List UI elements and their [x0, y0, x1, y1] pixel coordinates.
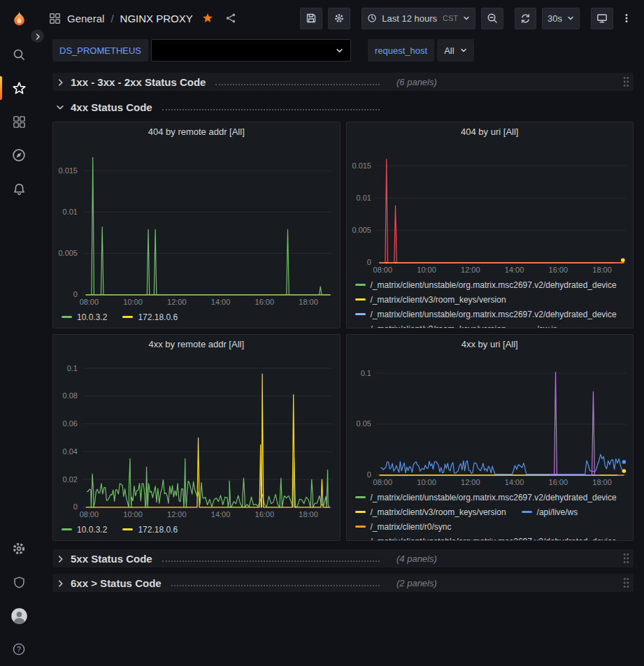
- svg-text:18:00: 18:00: [299, 298, 317, 306]
- sidebar-item-dashboards[interactable]: [0, 105, 38, 138]
- svg-text:14:00: 14:00: [211, 298, 230, 306]
- refresh-interval-picker[interactable]: 30s: [542, 8, 580, 29]
- legend-label: /_matrix/client/unstable/org.matrix.msc2…: [371, 537, 617, 541]
- panel-title[interactable]: 404 by remote addr [All]: [53, 122, 340, 142]
- legend-item[interactable]: /_matrix/client/r0/sync: [355, 522, 452, 532]
- zoom-out-time-button[interactable]: [481, 8, 503, 29]
- legend-color-swatch: [62, 528, 72, 530]
- legend-label: 172.18.0.6: [138, 312, 178, 322]
- dashboard-settings-button[interactable]: [328, 8, 350, 29]
- refresh-button[interactable]: [515, 8, 536, 29]
- breadcrumb-folder[interactable]: General: [67, 13, 104, 24]
- legend-item[interactable]: 10.0.3.2: [62, 312, 107, 322]
- legend-color-swatch: [355, 284, 366, 286]
- request-host-variable-label: request_host: [368, 39, 434, 61]
- svg-text:16:00: 16:00: [255, 510, 274, 519]
- legend-item[interactable]: /api/live/ws: [522, 507, 578, 517]
- sidebar-item-explore[interactable]: [0, 138, 38, 172]
- sidebar-item-starred[interactable]: [0, 71, 38, 105]
- row-title: 5xx Status Code: [71, 553, 152, 565]
- panel-title[interactable]: 4xx by remote addr [All]: [53, 335, 340, 354]
- svg-text:14:00: 14:00: [504, 478, 523, 486]
- datasource-variable-select[interactable]: [151, 39, 351, 61]
- legend-item[interactable]: /_matrix/client/unstable/org.matrix.msc2…: [355, 537, 617, 541]
- panel-legend: 10.0.3.2172.18.0.6: [53, 521, 340, 537]
- cycle-view-mode-button[interactable]: [591, 8, 613, 29]
- legend-item[interactable]: /_matrix/client/unstable/org.matrix.msc2…: [355, 280, 617, 290]
- more-options-button[interactable]: [619, 8, 634, 29]
- time-series-chart[interactable]: 00.020.040.060.080.108:0010:0012:0014:00…: [53, 354, 340, 521]
- breadcrumb: General / NGINX PROXY: [49, 13, 236, 24]
- row-5xx[interactable]: 5xx Status Code (4 panels): [52, 549, 634, 567]
- svg-text:08:00: 08:00: [80, 510, 99, 519]
- row-drag-handle[interactable]: [623, 76, 629, 87]
- main-area: General / NGINX PROXY: [38, 0, 644, 666]
- legend-color-swatch: [522, 511, 532, 513]
- svg-text:10:00: 10:00: [123, 298, 142, 306]
- sidebar-item-server-admin[interactable]: [0, 565, 38, 599]
- svg-text:14:00: 14:00: [504, 266, 523, 274]
- legend-item[interactable]: 172.18.0.6: [122, 525, 178, 535]
- svg-text:0.015: 0.015: [352, 161, 371, 170]
- row-drag-handle[interactable]: [623, 577, 629, 588]
- share-icon[interactable]: [225, 13, 236, 24]
- legend-label: /_matrix/client/unstable/org.matrix.msc2…: [371, 280, 617, 290]
- chevron-right-icon: [57, 555, 64, 563]
- svg-text:0: 0: [73, 502, 78, 511]
- sidebar-item-profile[interactable]: [0, 599, 38, 632]
- legend-item[interactable]: /_matrix/client/v3/room_keys/version: [355, 324, 506, 328]
- time-series-chart[interactable]: 00.0050.010.01508:0010:0012:0014:0016:00…: [53, 142, 340, 308]
- panel-4xx-by-remote-addr: 4xx by remote addr [All] 00.020.040.060.…: [52, 334, 341, 541]
- save-dashboard-button[interactable]: [300, 8, 322, 29]
- chevron-down-icon: [336, 47, 343, 55]
- svg-text:12:00: 12:00: [167, 298, 186, 306]
- legend-item[interactable]: 172.18.0.6: [122, 312, 178, 322]
- row-dotted-leader: [162, 560, 380, 562]
- row-panel-count: (4 panels): [396, 553, 437, 564]
- star-filled-icon[interactable]: [202, 13, 213, 24]
- row-drag-handle[interactable]: [623, 553, 629, 564]
- row-dotted-leader: [171, 585, 380, 586]
- svg-text:08:00: 08:00: [373, 266, 392, 274]
- time-series-chart[interactable]: 00.0050.010.01508:0010:0012:0014:0016:00…: [347, 142, 634, 276]
- request-host-variable-value: All: [444, 45, 454, 56]
- datasource-variable-label: DS_PROMETHEUS: [52, 39, 148, 61]
- sidebar-item-alerting[interactable]: [0, 172, 38, 205]
- svg-text:0.05: 0.05: [356, 419, 371, 428]
- request-host-variable-select[interactable]: All: [437, 39, 473, 61]
- legend-item[interactable]: /_matrix/client/unstable/org.matrix.msc2…: [355, 493, 617, 502]
- svg-text:16:00: 16:00: [548, 266, 567, 274]
- explore-compass-icon: [12, 148, 26, 162]
- sidebar-item-configuration[interactable]: [0, 532, 38, 565]
- time-range-picker[interactable]: Last 12 hours CST: [362, 8, 475, 29]
- svg-text:16:00: 16:00: [548, 478, 567, 486]
- alerting-bell-icon: [13, 182, 26, 196]
- legend-item[interactable]: /_matrix/client/unstable/org.matrix.msc2…: [355, 310, 617, 319]
- user-avatar-icon: [10, 607, 28, 625]
- svg-text:18:00: 18:00: [592, 478, 611, 486]
- panel-grid: 404 by remote addr [All] 00.0050.010.015…: [52, 122, 634, 541]
- legend-item[interactable]: /_matrix/client/v3/room_keys/version: [355, 507, 506, 517]
- sidebar-item-help[interactable]: ?: [0, 632, 38, 666]
- refresh-interval-label: 30s: [548, 13, 562, 24]
- svg-text:10:00: 10:00: [123, 510, 142, 519]
- svg-text:10:00: 10:00: [417, 478, 436, 486]
- dashboards-grid-icon: [13, 115, 26, 129]
- legend-item[interactable]: 10.0.3.2: [62, 525, 107, 535]
- sidebar-expand-button[interactable]: [30, 29, 45, 43]
- legend-item[interactable]: /_matrix/client/v3/room_keys/version: [355, 295, 506, 305]
- svg-text:12:00: 12:00: [461, 266, 480, 274]
- sidebar: ?: [0, 0, 38, 666]
- legend-color-swatch: [122, 528, 133, 530]
- row-1xx-3xx-2xx[interactable]: 1xx - 3xx - 2xx Status Code (6 panels): [52, 73, 634, 91]
- timezone-label: CST: [443, 14, 458, 22]
- panel-title[interactable]: 404 by uri [All]: [347, 122, 634, 142]
- sidebar-item-search[interactable]: [0, 38, 38, 71]
- row-4xx[interactable]: 4xx Status Code: [52, 98, 634, 116]
- svg-text:10:00: 10:00: [417, 266, 436, 274]
- legend-item[interactable]: /sw.js: [522, 324, 557, 328]
- legend-label: /_matrix/client/r0/sync: [371, 522, 452, 532]
- row-6xx[interactable]: 6xx > Status Code (2 panels): [52, 574, 634, 592]
- time-series-chart[interactable]: 00.050.108:0010:0012:0014:0016:0018:00: [347, 354, 634, 488]
- panel-title[interactable]: 4xx by uri [All]: [347, 335, 634, 354]
